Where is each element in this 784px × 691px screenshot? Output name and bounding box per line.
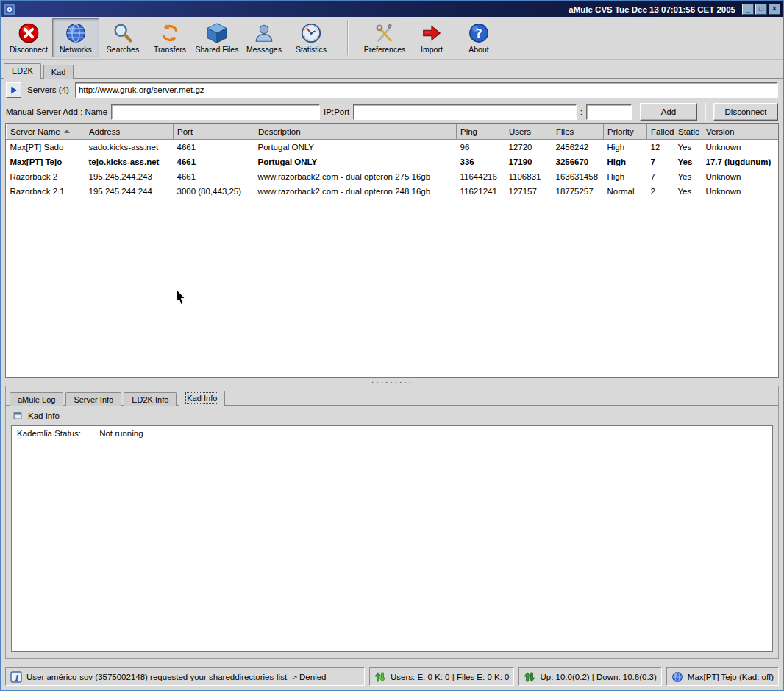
tab-label: ED2K Info [132, 395, 168, 404]
server-cell: Unknown [702, 140, 780, 155]
toolbar-button-shared-files[interactable]: Shared Files [193, 18, 240, 57]
tab-label: Server Info [74, 395, 113, 404]
toolbar-button-label: Statistics [296, 45, 327, 54]
server-list-toggle-button[interactable] [6, 82, 21, 98]
server-cell: 96 [457, 140, 505, 155]
column-header-failed[interactable]: Failed [647, 124, 674, 140]
toolbar-button-searches[interactable]: Searches [99, 18, 146, 57]
server-cell: 3256670 [552, 155, 604, 169]
tab-label: ED2K [12, 66, 33, 75]
close-icon: × [772, 4, 777, 13]
column-header-label: Server Name [10, 127, 60, 136]
server-cell: 11621241 [457, 184, 505, 199]
server-port-input[interactable] [586, 104, 632, 120]
toolbar-button-label: Transfers [154, 45, 186, 54]
server-ip-input[interactable] [353, 104, 577, 120]
import-icon [421, 22, 443, 44]
minimize-button[interactable]: _ [742, 4, 754, 15]
server-cell: Portugal ONLY [254, 155, 457, 169]
networks-icon [65, 22, 87, 44]
server-cell: 7 [647, 155, 674, 169]
splitter[interactable] [1, 378, 783, 386]
kad-status-label: Kademlia Status: [17, 429, 81, 438]
column-header-address[interactable]: Address [85, 124, 174, 140]
server-table-header-row: Server NameAddressPortDescriptionPingUse… [7, 124, 780, 140]
server-cell: 12 [647, 140, 674, 155]
server-url-row: Servers (4) [1, 79, 783, 101]
column-header-label: Description [258, 127, 301, 136]
server-cell: 4661 [174, 155, 254, 169]
tab-server-info[interactable]: Server Info [65, 392, 121, 406]
tab-kad-info[interactable]: Kad Info [179, 391, 225, 406]
server-cell: 18775257 [552, 184, 604, 199]
column-header-label: Files [556, 127, 574, 136]
server-cell: High [604, 140, 647, 155]
server-cell: Yes [674, 155, 702, 169]
tab-kad[interactable]: Kad [43, 65, 74, 79]
toolbar-button-disconnect[interactable]: Disconnect [5, 18, 52, 57]
server-cell: 195.245.244.243 [85, 169, 174, 184]
server-name-input[interactable] [111, 104, 320, 120]
server-cell: 4661 [174, 140, 254, 155]
tab-ed2k-info[interactable]: ED2K Info [124, 392, 177, 406]
server-row[interactable]: Razorback 2195.245.244.2434661www.razorb… [7, 169, 780, 184]
toolbar-button-label: About [468, 45, 488, 54]
server-cell: High [604, 155, 647, 169]
server-cell: Portugal ONLY [254, 140, 457, 155]
toolbar-button-transfers[interactable]: Transfers [146, 18, 193, 57]
column-header-version[interactable]: Version [702, 124, 780, 140]
manual-server-add-row: Manual Server Add : Name IP:Port : Add D… [1, 101, 783, 123]
statistics-icon [300, 22, 322, 44]
toolbar-button-import[interactable]: Import [408, 18, 455, 57]
server-row[interactable]: Max[PT] Tejotejo.kicks-ass.net4661Portug… [7, 155, 780, 169]
toolbar: DisconnectNetworksSearchesTransfersShare… [1, 17, 783, 60]
column-header-description[interactable]: Description [254, 124, 457, 140]
close-button[interactable]: × [769, 4, 780, 15]
splitter-handle-icon [371, 380, 413, 383]
status-log-segment: i User américo-sov (3575002148) requeste… [5, 667, 365, 686]
port-separator-label: : [580, 107, 582, 116]
column-header-server-name[interactable]: Server Name [7, 124, 85, 140]
column-header-priority[interactable]: Priority [604, 124, 647, 140]
add-server-button[interactable]: Add [640, 103, 697, 121]
tab-ed2k[interactable]: ED2K [4, 63, 41, 79]
sort-indicator-icon [64, 130, 70, 133]
server-row[interactable]: Max[PT] Sadosado.kicks-ass.net4661Portug… [7, 140, 780, 155]
server-cell: 1106831 [505, 169, 552, 184]
column-header-label: Failed [651, 127, 674, 136]
server-met-url-input[interactable] [75, 82, 778, 98]
column-header-users[interactable]: Users [505, 124, 552, 140]
speed-icon [524, 671, 535, 683]
toolbar-button-messages[interactable]: Messages [240, 18, 288, 57]
server-cell: 11644216 [457, 169, 505, 184]
window-icon[interactable] [4, 4, 15, 15]
window-controls: _□× [742, 4, 780, 15]
server-row[interactable]: Razorback 2.1195.245.244.2443000 (80,443… [7, 184, 780, 199]
maximize-button[interactable]: □ [755, 4, 767, 15]
column-header-label: Users [509, 127, 531, 136]
server-cell: 7 [647, 169, 674, 184]
toolbar-button-preferences[interactable]: Preferences [361, 18, 408, 57]
titlebar: aMule CVS Tue Dec 13 07:01:56 CET 2005 _… [1, 1, 783, 17]
column-header-ping[interactable]: Ping [457, 124, 505, 140]
window-title: aMule CVS Tue Dec 13 07:01:56 CET 2005 [569, 5, 739, 14]
toolbar-button-statistics[interactable]: Statistics [288, 18, 335, 57]
status-users-files-segment: Users: E: 0 K: 0 | Files E: 0 K: 0 [369, 667, 515, 686]
column-header-files[interactable]: Files [552, 124, 604, 140]
server-disconnect-button[interactable]: Disconnect [713, 103, 778, 121]
column-header-port[interactable]: Port [174, 124, 254, 140]
server-cell: 17.7 (lugdunum) [702, 155, 780, 169]
tab-amule-log[interactable]: aMule Log [10, 392, 63, 406]
server-cell: sado.kicks-ass.net [85, 140, 174, 155]
info-panel: aMule LogServer InfoED2K InfoKad Info Ka… [5, 386, 779, 659]
server-table: Server NameAddressPortDescriptionPingUse… [6, 124, 779, 199]
server-cell: 3000 (80,443,25) [174, 184, 254, 199]
server-cell: Unknown [702, 184, 780, 199]
column-header-static[interactable]: Static [674, 124, 702, 140]
tab-label: Kad Info [187, 394, 217, 403]
tab-label: aMule Log [18, 395, 55, 404]
info-icon: i [10, 671, 22, 683]
toolbar-button-about[interactable]: ?About [455, 18, 502, 57]
toolbar-button-networks[interactable]: Networks [52, 18, 99, 57]
column-header-label: Address [89, 127, 120, 136]
